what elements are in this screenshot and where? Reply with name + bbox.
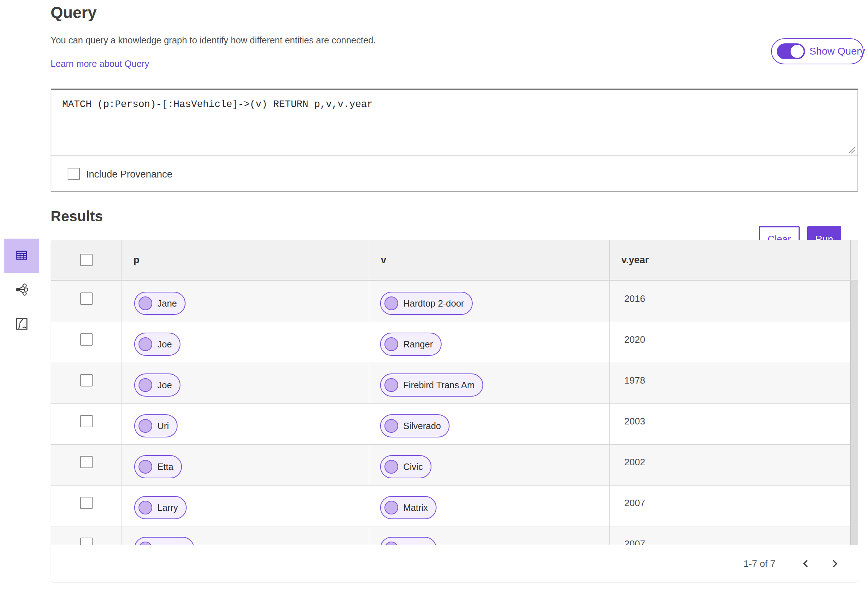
chip-label: Firebird Trans Am [403,380,474,391]
query-description: You can query a knowledge graph to ident… [51,35,376,46]
year-value: 2002 [610,445,850,485]
map-route-icon [16,318,28,332]
resize-handle-icon[interactable] [848,146,856,154]
person-chip[interactable]: Joe [134,373,180,396]
row-checkbox[interactable] [80,456,93,468]
node-circle-icon [139,337,152,351]
year-value: 2007 [610,485,850,526]
vehicle-chip[interactable]: Matrix [380,496,437,519]
network-nodes-icon [15,283,28,298]
show-query-label: Show Query [809,46,865,57]
row-checkbox[interactable] [80,333,93,346]
person-chip[interactable]: Larry [134,496,187,519]
node-circle-icon [384,419,398,433]
table-body: Jane Hardtop 2-door 2016 Joe Ranger [51,281,850,545]
pagination-range-label: 1-7 of 7 [744,558,775,569]
row-checkbox[interactable] [80,538,93,545]
chip-label: Civic [403,462,423,472]
node-circle-icon [139,542,152,545]
select-all-checkbox[interactable] [80,254,93,266]
results-title: Results [51,208,103,224]
query-input[interactable]: MATCH (p:Person)-[:HasVehicle]->(v) RETU… [52,90,858,155]
chip-label: Joe [157,339,172,349]
table-row: Larry Matrix 2007 [51,485,850,526]
node-circle-icon [139,419,152,433]
node-circle-icon [384,296,398,310]
vehicle-chip[interactable]: Ranger [380,333,441,356]
graph-view-button[interactable] [4,273,39,307]
chip-label: Joe [157,380,172,391]
year-value: 2016 [610,281,850,322]
row-checkbox[interactable] [80,497,93,509]
table-row: Joe Firebird Trans Am 1978 [51,363,850,404]
query-footer-row: Include Provenance Clear Run [52,156,858,191]
column-header-v[interactable]: v [369,240,610,280]
vehicle-chip[interactable]: Silverado [380,414,450,438]
table-row: Uri Silverado 2003 [51,404,850,445]
toggle-knob [791,45,804,58]
query-editor-panel: MATCH (p:Person)-[:HasVehicle]->(v) RETU… [51,88,858,192]
results-table: p v v.year Jane Hardtop 2-door 2016 [51,240,858,582]
node-circle-icon [139,378,152,392]
node-circle-icon [384,542,398,545]
row-checkbox[interactable] [80,292,93,305]
person-chip[interactable]: Etta [134,455,182,478]
node-circle-icon [384,378,398,392]
year-value: 2007 [610,526,850,545]
chip-label: Silverado [403,421,441,431]
vehicle-chip[interactable]: Firebird Trans Am [380,373,483,396]
table-grid-icon [16,249,28,262]
table-header: p v v.year [51,240,858,280]
vehicle-chip[interactable]: Civic [380,455,431,478]
toggle-switch-icon[interactable] [777,43,805,59]
row-checkbox[interactable] [80,415,93,427]
person-chip[interactable]: Jane [134,292,186,315]
node-circle-icon [384,460,398,474]
person-chip[interactable]: Lauren [134,537,194,545]
pagination-bar: 1-7 of 7 [51,545,858,582]
chevron-left-icon[interactable] [798,556,814,572]
column-header-p[interactable]: p [121,240,369,280]
include-provenance-label: Include Provenance [86,169,173,180]
learn-more-link[interactable]: Learn more about Query [51,59,149,69]
node-circle-icon [384,337,398,351]
vehicle-chip[interactable]: Matrix [380,537,437,545]
person-chip[interactable]: Uri [134,414,177,438]
table-row: Etta Civic 2002 [51,445,850,485]
chip-label: Ranger [403,339,433,349]
table-row: Jane Hardtop 2-door 2016 [51,281,850,322]
chip-label: Uri [157,421,169,431]
chip-label: Jane [157,298,177,309]
table-view-button[interactable] [4,239,39,273]
year-value: 1978 [610,363,850,404]
node-circle-icon [384,501,398,514]
row-checkbox[interactable] [80,374,93,386]
vehicle-chip[interactable]: Hardtop 2-door [380,292,473,315]
include-provenance-checkbox[interactable] [68,168,80,180]
chip-label: Hardtop 2-door [403,298,464,309]
scrollbar-corner [850,240,858,280]
view-switcher [4,239,39,342]
chip-label: Larry [157,503,178,513]
node-circle-icon [139,296,152,310]
page-title: Query [51,4,97,22]
year-value: 2003 [610,404,850,444]
chip-label: Etta [157,462,173,472]
year-value: 2020 [610,322,850,363]
node-circle-icon [139,501,152,514]
person-chip[interactable]: Joe [134,333,180,356]
vertical-scrollbar[interactable] [850,281,858,545]
column-header-vyear[interactable]: v.year [610,240,850,280]
node-circle-icon [139,460,152,474]
table-row: Joe Ranger 2020 [51,322,850,363]
show-query-toggle[interactable]: Show Query [771,38,864,64]
chevron-right-icon[interactable] [827,556,843,572]
map-view-button[interactable] [4,307,39,342]
chip-label: Matrix [403,503,428,513]
table-row: Lauren Matrix 2007 [51,526,850,545]
